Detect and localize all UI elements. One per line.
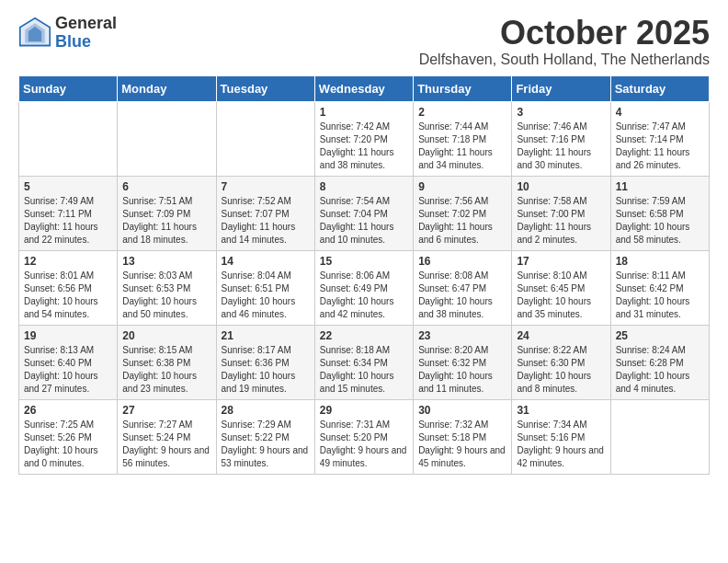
- day-number: 30: [418, 404, 506, 417]
- day-info: Sunrise: 8:24 AM Sunset: 6:28 PM Dayligh…: [616, 344, 704, 396]
- day-number: 19: [24, 329, 112, 342]
- day-number: 31: [517, 404, 605, 417]
- day-header-saturday: Saturday: [610, 75, 709, 101]
- day-number: 7: [222, 180, 310, 193]
- empty-cell: [610, 399, 709, 474]
- day-number: 17: [517, 255, 605, 268]
- day-info: Sunrise: 8:17 AM Sunset: 6:36 PM Dayligh…: [222, 344, 310, 396]
- day-cell-17: 17Sunrise: 8:10 AM Sunset: 6:45 PM Dayli…: [512, 250, 610, 325]
- day-number: 13: [122, 255, 210, 268]
- day-info: Sunrise: 7:31 AM Sunset: 5:20 PM Dayligh…: [320, 419, 408, 470]
- day-info: Sunrise: 8:20 AM Sunset: 6:32 PM Dayligh…: [418, 344, 506, 396]
- day-number: 15: [320, 255, 408, 268]
- day-cell-7: 7Sunrise: 7:52 AM Sunset: 7:07 PM Daylig…: [216, 176, 314, 250]
- logo-blue: Blue: [55, 33, 117, 52]
- day-cell-16: 16Sunrise: 8:08 AM Sunset: 6:47 PM Dayli…: [414, 250, 512, 325]
- day-header-wednesday: Wednesday: [314, 75, 413, 101]
- day-number: 16: [418, 255, 506, 268]
- day-number: 8: [320, 180, 408, 193]
- day-info: Sunrise: 7:58 AM Sunset: 7:00 PM Dayligh…: [517, 195, 605, 247]
- day-number: 21: [222, 329, 310, 342]
- day-cell-9: 9Sunrise: 7:56 AM Sunset: 7:02 PM Daylig…: [414, 176, 512, 250]
- header-row: SundayMondayTuesdayWednesdayThursdayFrid…: [19, 75, 710, 101]
- day-number: 23: [418, 329, 506, 342]
- day-info: Sunrise: 7:29 AM Sunset: 5:22 PM Dayligh…: [222, 419, 310, 470]
- day-number: 12: [24, 255, 112, 268]
- day-info: Sunrise: 7:34 AM Sunset: 5:16 PM Dayligh…: [517, 419, 605, 470]
- week-row-5: 26Sunrise: 7:25 AM Sunset: 5:26 PM Dayli…: [19, 399, 710, 474]
- location-subtitle: Delfshaven, South Holland, The Netherlan…: [419, 52, 710, 68]
- day-info: Sunrise: 8:06 AM Sunset: 6:49 PM Dayligh…: [320, 270, 408, 321]
- day-number: 22: [320, 329, 408, 342]
- day-info: Sunrise: 8:22 AM Sunset: 6:30 PM Dayligh…: [517, 344, 605, 396]
- day-cell-3: 3Sunrise: 7:46 AM Sunset: 7:16 PM Daylig…: [512, 101, 610, 176]
- logo-text: General Blue: [55, 15, 117, 52]
- week-row-2: 5Sunrise: 7:49 AM Sunset: 7:11 PM Daylig…: [19, 176, 710, 250]
- day-header-tuesday: Tuesday: [216, 75, 314, 101]
- day-info: Sunrise: 7:27 AM Sunset: 5:24 PM Dayligh…: [122, 419, 210, 470]
- day-number: 2: [418, 106, 506, 119]
- day-info: Sunrise: 8:15 AM Sunset: 6:38 PM Dayligh…: [122, 344, 210, 396]
- day-header-thursday: Thursday: [414, 75, 512, 101]
- day-number: 20: [122, 329, 210, 342]
- day-number: 25: [616, 329, 704, 342]
- day-info: Sunrise: 7:25 AM Sunset: 5:26 PM Dayligh…: [24, 419, 112, 470]
- page-header: General Blue October 2025 Delfshaven, So…: [0, 0, 728, 75]
- day-header-friday: Friday: [512, 75, 610, 101]
- day-info: Sunrise: 8:04 AM Sunset: 6:51 PM Dayligh…: [222, 270, 310, 321]
- day-number: 5: [24, 180, 112, 193]
- day-number: 10: [517, 180, 605, 193]
- day-number: 3: [517, 106, 605, 119]
- calendar-wrapper: SundayMondayTuesdayWednesdayThursdayFrid…: [0, 75, 728, 484]
- day-info: Sunrise: 8:18 AM Sunset: 6:34 PM Dayligh…: [320, 344, 408, 396]
- day-cell-26: 26Sunrise: 7:25 AM Sunset: 5:26 PM Dayli…: [19, 399, 118, 474]
- day-number: 18: [616, 255, 704, 268]
- week-row-4: 19Sunrise: 8:13 AM Sunset: 6:40 PM Dayli…: [19, 325, 710, 399]
- day-cell-21: 21Sunrise: 8:17 AM Sunset: 6:36 PM Dayli…: [216, 325, 314, 399]
- logo-icon: [18, 17, 51, 50]
- day-cell-25: 25Sunrise: 8:24 AM Sunset: 6:28 PM Dayli…: [610, 325, 709, 399]
- day-cell-14: 14Sunrise: 8:04 AM Sunset: 6:51 PM Dayli…: [216, 250, 314, 325]
- logo-general: General: [55, 15, 117, 33]
- day-number: 11: [616, 180, 704, 193]
- day-cell-11: 11Sunrise: 7:59 AM Sunset: 6:58 PM Dayli…: [610, 176, 709, 250]
- day-info: Sunrise: 7:59 AM Sunset: 6:58 PM Dayligh…: [616, 195, 704, 247]
- calendar-table: SundayMondayTuesdayWednesdayThursdayFrid…: [18, 75, 710, 475]
- day-info: Sunrise: 7:32 AM Sunset: 5:18 PM Dayligh…: [418, 419, 506, 470]
- month-title: October 2025: [419, 15, 710, 52]
- day-number: 24: [517, 329, 605, 342]
- day-cell-2: 2Sunrise: 7:44 AM Sunset: 7:18 PM Daylig…: [414, 101, 512, 176]
- day-cell-31: 31Sunrise: 7:34 AM Sunset: 5:16 PM Dayli…: [512, 399, 610, 474]
- day-info: Sunrise: 7:47 AM Sunset: 7:14 PM Dayligh…: [616, 121, 704, 172]
- day-cell-22: 22Sunrise: 8:18 AM Sunset: 6:34 PM Dayli…: [314, 325, 413, 399]
- day-info: Sunrise: 8:01 AM Sunset: 6:56 PM Dayligh…: [24, 270, 112, 321]
- week-row-3: 12Sunrise: 8:01 AM Sunset: 6:56 PM Dayli…: [19, 250, 710, 325]
- day-cell-29: 29Sunrise: 7:31 AM Sunset: 5:20 PM Dayli…: [314, 399, 413, 474]
- day-info: Sunrise: 7:46 AM Sunset: 7:16 PM Dayligh…: [517, 121, 605, 172]
- day-cell-15: 15Sunrise: 8:06 AM Sunset: 6:49 PM Dayli…: [314, 250, 413, 325]
- day-info: Sunrise: 8:11 AM Sunset: 6:42 PM Dayligh…: [616, 270, 704, 321]
- day-number: 9: [418, 180, 506, 193]
- day-info: Sunrise: 7:42 AM Sunset: 7:20 PM Dayligh…: [320, 121, 408, 172]
- day-cell-23: 23Sunrise: 8:20 AM Sunset: 6:32 PM Dayli…: [414, 325, 512, 399]
- day-header-monday: Monday: [118, 75, 216, 101]
- day-info: Sunrise: 7:44 AM Sunset: 7:18 PM Dayligh…: [418, 121, 506, 172]
- day-info: Sunrise: 8:13 AM Sunset: 6:40 PM Dayligh…: [24, 344, 112, 396]
- day-cell-20: 20Sunrise: 8:15 AM Sunset: 6:38 PM Dayli…: [118, 325, 216, 399]
- day-cell-6: 6Sunrise: 7:51 AM Sunset: 7:09 PM Daylig…: [118, 176, 216, 250]
- day-cell-12: 12Sunrise: 8:01 AM Sunset: 6:56 PM Dayli…: [19, 250, 118, 325]
- day-number: 29: [320, 404, 408, 417]
- day-number: 6: [122, 180, 210, 193]
- day-number: 26: [24, 404, 112, 417]
- day-number: 1: [320, 106, 408, 119]
- day-info: Sunrise: 7:51 AM Sunset: 7:09 PM Dayligh…: [122, 195, 210, 247]
- day-info: Sunrise: 8:08 AM Sunset: 6:47 PM Dayligh…: [418, 270, 506, 321]
- week-row-1: 1Sunrise: 7:42 AM Sunset: 7:20 PM Daylig…: [19, 101, 710, 176]
- day-number: 14: [222, 255, 310, 268]
- day-info: Sunrise: 7:52 AM Sunset: 7:07 PM Dayligh…: [222, 195, 310, 247]
- day-cell-13: 13Sunrise: 8:03 AM Sunset: 6:53 PM Dayli…: [118, 250, 216, 325]
- day-cell-24: 24Sunrise: 8:22 AM Sunset: 6:30 PM Dayli…: [512, 325, 610, 399]
- title-block: October 2025 Delfshaven, South Holland, …: [419, 15, 710, 68]
- day-info: Sunrise: 8:03 AM Sunset: 6:53 PM Dayligh…: [122, 270, 210, 321]
- logo: General Blue: [18, 15, 117, 52]
